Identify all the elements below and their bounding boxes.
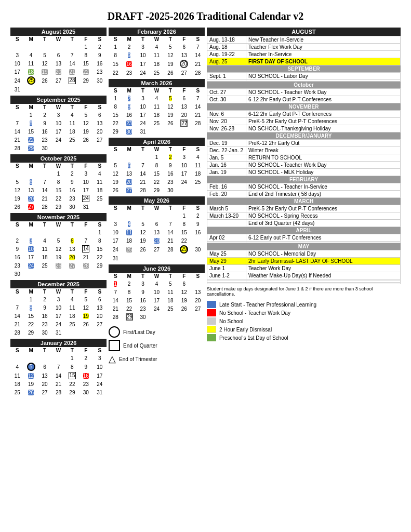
event-date: Jan. 5 — [207, 154, 246, 162]
nov28-gray: 28 — [83, 263, 89, 269]
dec19-yellow: 19 — [83, 313, 89, 319]
event-desc: FIRST DAY OF SCHOOL — [246, 58, 401, 65]
color-label-green: Preschool's 1st Day of School — [219, 335, 288, 341]
jan16-red: 16 — [83, 373, 89, 379]
event-desc: Winter Break — [246, 147, 401, 154]
right-calendars: February 2026 SMTWTFS 1234567 8 9 101112… — [109, 28, 205, 396]
calendar-august-2025: August 2025 SMTWTFS 12 3456789 101112131… — [10, 28, 107, 94]
calendar-oct-2025: October 2025 SMTWTFS 1234 5 6 7891011 12… — [10, 154, 107, 211]
event-date: Aug. 18 — [207, 44, 246, 51]
mar9-blue: 9 — [128, 104, 131, 110]
nov10-blue: 10 — [28, 246, 34, 252]
calendar-may-2026: May 2026 SMTWTFS 12 3 4 56789 10 11 1213… — [109, 196, 205, 262]
apr20-blue: 20 — [126, 179, 132, 185]
event-desc: NO SCHOOL - Memorial Day — [246, 250, 401, 258]
event-date: Oct. 30 — [207, 96, 246, 103]
event-row-return: Jan. 5 RETURN TO SCHOOL — [207, 154, 401, 162]
mar27-square: 27 — [180, 119, 188, 127]
event-row: Feb. 20 End of 2nd Trimester ( 58 days) — [207, 191, 401, 198]
month-header-nov2025: November 2025 — [10, 213, 107, 221]
event-row-first-day: Aug. 25 FIRST DAY OF SCHOOL — [207, 58, 401, 65]
event-row: Aug. 19-22 Teacher In-Service — [207, 51, 401, 58]
event-row: Nov. 6 6-12 2hr Early Out P-T Conference… — [207, 111, 401, 118]
legend-first-last-day: First/Last Day — [109, 326, 205, 338]
events-header-september: SEPTEMBER — [207, 65, 401, 72]
month-header-dec2025: December 2025 — [10, 280, 107, 288]
event-desc: PreK-5 2hr Early Out P-T Conferences — [246, 118, 401, 125]
color-item-blue: Late Start - Teacher Professional Learni… — [207, 301, 401, 308]
events-header-august: AUGUST — [207, 28, 401, 36]
event-desc: PreK-12 2hr Early Out — [246, 140, 401, 147]
dec8-blue: 8 — [30, 305, 33, 311]
aug22-gray: 22 — [83, 69, 89, 75]
aug18-green: 18 — [28, 69, 34, 75]
event-row: Aug. 13-18 New Teacher In-Servcie — [207, 36, 401, 44]
color-item-gray: No School — [207, 317, 401, 325]
oct27-red: 27 — [28, 204, 34, 210]
event-row: Aug. 18 Teacher Flex Work Day — [207, 44, 401, 51]
color-item-red: No School - Teacher Work Day — [207, 309, 401, 316]
month-header-apr2026: April 2026 — [109, 138, 205, 146]
event-date: Feb. 16 — [207, 183, 246, 191]
event-date: May 25 — [207, 250, 246, 258]
event-date: Nov. 20 — [207, 118, 246, 125]
calendar-jan-2026: January 2026 SMTWTFS 123 4 5 678910 11 1… — [10, 339, 107, 396]
event-row: Feb. 16 NO SCHOOL - Teacher In-Service — [207, 183, 401, 191]
events-header-april: APRIL — [207, 227, 401, 234]
month-header-aug2025: August 2025 — [10, 28, 107, 36]
event-date: Jan. 16 — [207, 162, 246, 169]
color-box-blue — [207, 301, 216, 308]
event-desc: 6-12 Early out P-T Conferences — [246, 234, 401, 242]
event-row: Nov. 26-28 NO SCHOOL-Thanksgiving Holida… — [207, 125, 401, 132]
oct6-blue: 6 — [30, 179, 33, 185]
left-calendars: August 2025 SMTWTFS 12 3456789 101112131… — [10, 28, 107, 396]
color-box-green — [207, 334, 216, 341]
month-header-oct2025: October 2025 — [10, 154, 107, 163]
event-desc: End of 3rd Quarter (42 days) — [246, 220, 401, 227]
apr6-blue: 6 — [128, 163, 131, 168]
month-header-jan2026: January 2026 — [10, 339, 107, 347]
may4-blue: 4 — [128, 221, 131, 227]
legend-end-trimester-label: End of Trimester — [119, 356, 157, 362]
event-date: Nov. 6 — [207, 111, 246, 118]
event-row: Jan. 19 NO SCHOOL - MLK Holiday — [207, 169, 401, 176]
events-panel: AUGUST Aug. 13-18 New Teacher In-Servcie… — [207, 28, 401, 396]
events-header-decjan: DECEMBER/JANUARY — [207, 132, 401, 139]
oct24-square: 24 — [82, 195, 89, 202]
events-header-march: MARCH — [207, 198, 401, 205]
apr27-blue: 27 — [126, 188, 132, 193]
event-date: March 13-20 — [207, 212, 246, 220]
aug21-gray: 21 — [69, 69, 75, 75]
event-desc: NO SCHOOL - Teacher In-Service — [246, 183, 401, 191]
event-date: Sept. 1 — [207, 73, 246, 80]
color-box-red — [207, 309, 216, 316]
events-header-october: October — [207, 82, 401, 88]
aug28-square: 28 — [69, 77, 76, 84]
event-desc: NO SCHOOL - MLK Holiday — [246, 169, 401, 176]
sep22-blue: 22 — [28, 137, 34, 143]
event-desc: New Teacher In-Servcie — [246, 36, 401, 44]
legend-triangle-icon: △ — [109, 353, 116, 365]
legend-first-last-label: First/Last Day — [123, 329, 155, 335]
nov3-blue: 3 — [30, 238, 33, 244]
aug20-gray: 20 — [56, 69, 61, 75]
jun1-red: 1 — [114, 281, 117, 287]
nov24-blue: 24 — [28, 263, 34, 269]
event-date — [207, 220, 246, 227]
event-desc: NO SCHOOL - Teacher Work Day — [246, 89, 401, 96]
month-header-sep2025: September 2025 — [10, 96, 107, 104]
color-item-green: Preschool's 1st Day of School — [207, 334, 401, 341]
event-date: Apr 02 — [207, 234, 246, 242]
aug25-circle: 25 — [27, 76, 35, 85]
event-date: Feb. 20 — [207, 191, 246, 198]
event-row: March 5 PreK-5 2hr Early Out P-T Confere… — [207, 205, 401, 212]
legend-square-icon — [109, 340, 120, 351]
event-desc: Weather Make-Up Day(s) If Needed — [246, 272, 401, 280]
event-desc: Teacher In-Service — [246, 51, 401, 58]
page-title: DRAFT -2025-2026 Traditional Calendar v2 — [10, 10, 401, 22]
event-date: Nov. 26-28 — [207, 125, 246, 132]
event-row: Oct. 30 6-12 2hr Early Out P-T Conferenc… — [207, 96, 401, 103]
color-label-blue: Late Start - Teacher Professional Learni… — [219, 302, 316, 308]
event-date: May 29 — [207, 258, 246, 265]
sep8-blue: 8 — [30, 121, 33, 126]
